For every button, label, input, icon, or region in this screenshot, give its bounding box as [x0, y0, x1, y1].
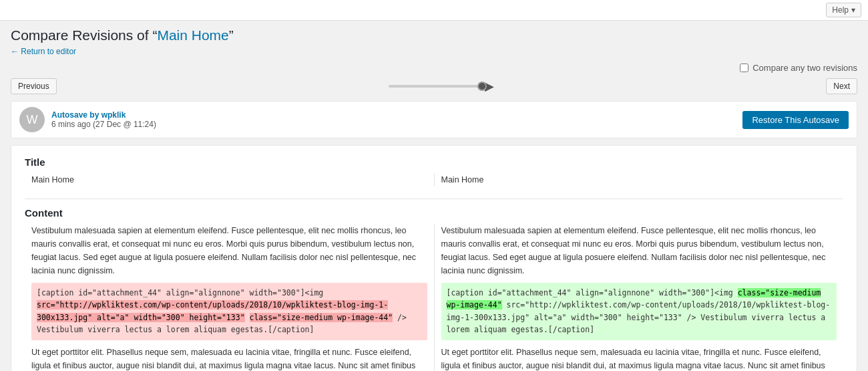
title-right-value: Main Home	[441, 173, 837, 187]
revision-author: Autosave by wpklik	[51, 110, 736, 120]
revision-info-bar: W Autosave by wpklik 6 mins ago (27 Dec …	[11, 101, 857, 138]
help-label: Help	[832, 5, 849, 15]
title-section-label: Title	[25, 156, 843, 168]
page-title: Compare Revisions of “Main Home”	[11, 27, 857, 43]
compare-checkbox-area: Compare any two revisions	[740, 63, 857, 73]
diff-container: Title Main Home Main Home Content Vestib…	[11, 145, 857, 371]
slider-bar[interactable]	[389, 85, 482, 88]
content-left-col: Vestibulum malesuada sapien at elementum…	[25, 224, 435, 371]
next-button[interactable]: Next	[826, 78, 857, 94]
restore-button[interactable]: Restore This Autosave	[742, 111, 849, 129]
divider-1	[25, 199, 843, 199]
avatar: W	[19, 107, 45, 132]
left-paragraph2: Ut eget porttitor elit. Phasellus neque …	[31, 346, 427, 371]
content-right-col: Vestibulum malesuada sapien at elementum…	[435, 224, 844, 371]
slider-handle[interactable]	[477, 82, 487, 91]
top-bar: Help ▾	[0, 0, 868, 21]
return-to-editor-link[interactable]: ← Return to editor	[11, 47, 76, 56]
content-section-label: Content	[25, 207, 843, 219]
title-diff-row: Main Home Main Home	[25, 173, 843, 187]
title-right-col: Main Home	[435, 173, 844, 187]
post-title-link[interactable]: Main Home	[157, 27, 228, 43]
title-section: Title Main Home Main Home	[25, 156, 843, 187]
slider-track: ▶	[61, 79, 823, 94]
left-code-block: [caption id="attachment_44" align="align…	[31, 283, 427, 340]
compare-checkbox-label[interactable]: Compare any two revisions	[752, 63, 857, 73]
help-button[interactable]: Help ▾	[826, 3, 861, 17]
left-paragraph1: Vestibulum malesuada sapien at elementum…	[31, 224, 427, 277]
title-left-value: Main Home	[31, 173, 427, 187]
page-wrapper: Compare Revisions of “Main Home” ← Retur…	[0, 21, 868, 371]
title-left-col: Main Home	[25, 173, 435, 187]
right-paragraph1: Vestibulum malesuada sapien at elementum…	[441, 224, 837, 277]
right-paragraph2: Ut eget porttitor elit. Phasellus neque …	[441, 346, 837, 371]
content-section: Content Vestibulum malesuada sapien at e…	[25, 207, 843, 371]
toolbar: Compare any two revisions	[11, 63, 857, 73]
previous-button[interactable]: Previous	[11, 78, 57, 94]
revision-time: 6 mins ago (27 Dec @ 11:24)	[51, 120, 736, 129]
help-chevron-icon: ▾	[851, 5, 855, 15]
revision-meta: Autosave by wpklik 6 mins ago (27 Dec @ …	[51, 110, 736, 129]
right-code-block: [caption id="attachment_44" align="align…	[441, 283, 837, 340]
compare-checkbox[interactable]	[740, 64, 748, 72]
content-diff-row: Vestibulum malesuada sapien at elementum…	[25, 224, 843, 371]
nav-row: Previous ▶ Next	[11, 78, 857, 94]
